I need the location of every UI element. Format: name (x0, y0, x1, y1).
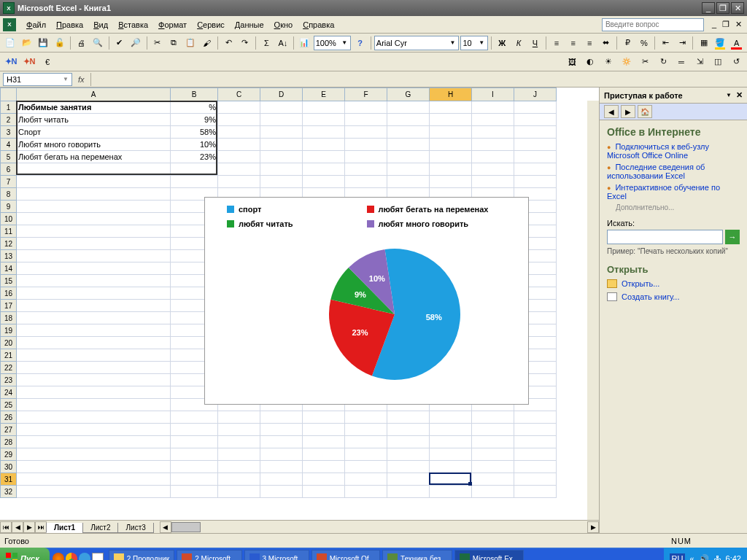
cell-C6[interactable] (218, 163, 260, 176)
col-header-C[interactable]: C (218, 88, 260, 101)
excel-doc-icon[interactable]: X (3, 18, 16, 31)
row-header-2[interactable]: 2 (1, 114, 17, 126)
network-icon[interactable]: 🖧 (713, 554, 721, 560)
row-header-8[interactable]: 8 (1, 188, 17, 201)
row-header-15[interactable]: 15 (1, 275, 17, 287)
col-header-J[interactable]: J (514, 88, 557, 101)
cell-I26[interactable] (472, 411, 514, 424)
cell-D28[interactable] (260, 436, 303, 448)
row-header-32[interactable]: 32 (1, 486, 17, 498)
research-icon[interactable]: 🔎 (128, 35, 144, 51)
cell-H31[interactable] (430, 473, 472, 486)
cell-C2[interactable] (218, 114, 260, 126)
row-header-28[interactable]: 28 (1, 436, 17, 448)
cell-J26[interactable] (514, 411, 557, 424)
cell-A14[interactable] (17, 262, 171, 275)
xn-icon[interactable]: ✦N (3, 54, 19, 70)
tab-prev-icon[interactable]: ◀ (12, 521, 23, 533)
menu-Файл[interactable]: Файл (22, 19, 50, 31)
cell-E5[interactable] (303, 151, 345, 163)
cell-A1[interactable]: Любимые занятия (17, 101, 171, 114)
cell-D26[interactable] (260, 411, 303, 424)
cell-A28[interactable] (17, 436, 171, 448)
cell-E32[interactable] (303, 486, 345, 498)
taskbar-item[interactable]: Техника без... (382, 550, 452, 560)
menu-Данные[interactable]: Данные (231, 19, 268, 31)
taskbar-item[interactable]: 2 Microsoft... (177, 550, 241, 560)
row-header-24[interactable]: 24 (1, 386, 17, 399)
cell-G5[interactable] (387, 151, 430, 163)
cell-A13[interactable] (17, 250, 171, 262)
zoom-combo[interactable]: 100%▼ (314, 36, 352, 50)
col-header-A[interactable]: A (17, 88, 171, 101)
taskbar-item[interactable]: Microsoft Of... (311, 550, 380, 560)
cell-G6[interactable] (387, 163, 430, 176)
cell-B6[interactable] (171, 163, 218, 176)
crop-icon[interactable]: ✂ (637, 54, 653, 70)
cell-A19[interactable] (17, 324, 171, 337)
taskpane-link[interactable]: Подключиться к веб-узлу Microsoft Office… (607, 142, 709, 160)
cell-H29[interactable] (430, 448, 472, 461)
cell-A23[interactable] (17, 374, 171, 386)
row-header-22[interactable]: 22 (1, 362, 17, 374)
cell-A32[interactable] (17, 486, 171, 498)
menu-Справка[interactable]: Справка (298, 19, 338, 31)
cell-A26[interactable] (17, 411, 171, 424)
cell-C32[interactable] (218, 486, 260, 498)
align-right-icon[interactable]: ≡ (582, 35, 597, 51)
fill-color-icon[interactable]: 🪣 (713, 35, 728, 51)
cell-B32[interactable] (171, 486, 218, 498)
cell-B1[interactable]: % (171, 101, 218, 114)
cell-A27[interactable] (17, 424, 171, 436)
row-header-30[interactable]: 30 (1, 461, 17, 473)
cell-F31[interactable] (345, 473, 387, 486)
sheet-tab-Лист3[interactable]: Лист3 (117, 523, 153, 533)
cell-H3[interactable] (430, 126, 472, 139)
cell-F6[interactable] (345, 163, 387, 176)
cell-D30[interactable] (260, 461, 303, 473)
row-header-18[interactable]: 18 (1, 312, 17, 324)
row-header-31[interactable]: 31 (1, 473, 17, 486)
cell-G1[interactable] (387, 101, 430, 114)
doc-close-button[interactable]: ✕ (733, 20, 744, 29)
cell-F3[interactable] (345, 126, 387, 139)
cell-A5[interactable]: Любят бегать на переменах (17, 151, 171, 163)
cell-A22[interactable] (17, 362, 171, 374)
cell-F5[interactable] (345, 151, 387, 163)
cell-B4[interactable]: 10% (171, 139, 218, 151)
sheet-tab-Лист1[interactable]: Лист1 (46, 523, 83, 533)
cell-H5[interactable] (430, 151, 472, 163)
currency-icon[interactable]: ₽ (620, 35, 635, 51)
cell-F1[interactable] (345, 101, 387, 114)
cell-I7[interactable] (472, 176, 514, 188)
cell-A29[interactable] (17, 448, 171, 461)
row-header-13[interactable]: 13 (1, 250, 17, 262)
cell-I1[interactable] (472, 101, 514, 114)
cell-E1[interactable] (303, 101, 345, 114)
firefox-icon[interactable] (53, 553, 64, 560)
cell-E31[interactable] (303, 473, 345, 486)
cell-F27[interactable] (345, 424, 387, 436)
tray-expand-icon[interactable]: « (689, 554, 694, 560)
cell-A16[interactable] (17, 287, 171, 300)
cell-A4[interactable]: Любят много говорить (17, 139, 171, 151)
cell-J2[interactable] (514, 114, 557, 126)
cell-B29[interactable] (171, 448, 218, 461)
col-header-G[interactable]: G (387, 88, 430, 101)
cell-H30[interactable] (430, 461, 472, 473)
cell-A12[interactable] (17, 238, 171, 250)
help-search-input[interactable] (602, 18, 704, 31)
cell-D31[interactable] (260, 473, 303, 486)
borders-icon[interactable]: ▦ (696, 35, 711, 51)
font-size-combo[interactable]: 10▼ (460, 36, 488, 50)
cell-G26[interactable] (387, 411, 430, 424)
taskpane-close-icon[interactable]: ✕ (736, 90, 743, 100)
cell-C27[interactable] (218, 424, 260, 436)
horizontal-scrollbar[interactable]: ◀▶ (160, 521, 599, 533)
font-name-combo[interactable]: Arial Cyr▼ (374, 36, 460, 50)
cell-G27[interactable] (387, 424, 430, 436)
row-header-1[interactable]: 1 (1, 101, 17, 114)
row-header-19[interactable]: 19 (1, 324, 17, 337)
taskpane-go-button[interactable]: → (725, 230, 740, 244)
cell-F7[interactable] (345, 176, 387, 188)
